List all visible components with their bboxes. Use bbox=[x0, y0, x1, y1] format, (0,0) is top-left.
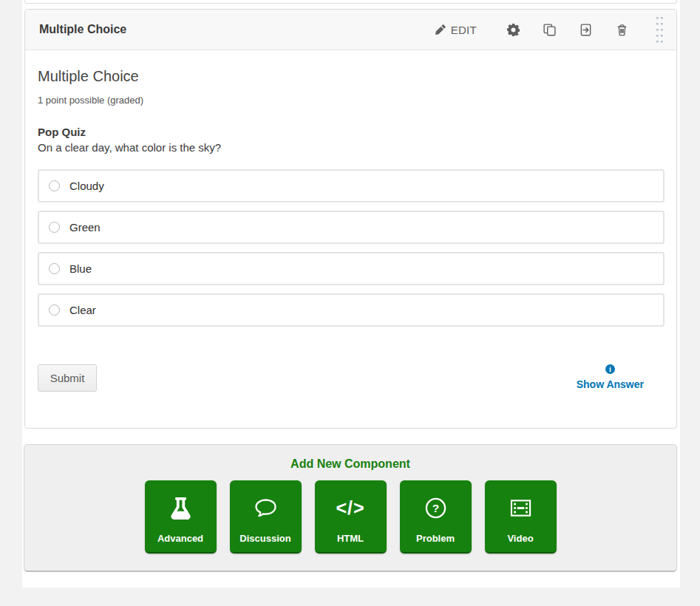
show-answer-block: i Show Answer bbox=[577, 364, 644, 390]
choice-row-clear[interactable]: Clear bbox=[38, 293, 665, 327]
film-icon bbox=[509, 480, 532, 533]
previous-component-card-edge bbox=[24, 0, 677, 4]
problem-action-row: Submit i Show Answer bbox=[38, 364, 665, 392]
radio-button[interactable] bbox=[49, 304, 60, 316]
code-icon: </> bbox=[336, 480, 364, 533]
move-icon bbox=[580, 24, 592, 36]
show-answer-link[interactable]: Show Answer bbox=[577, 378, 644, 390]
flask-icon bbox=[171, 480, 191, 533]
component-button-label: Problem bbox=[416, 533, 455, 544]
choice-list: Cloudy Green Blue Clear bbox=[38, 169, 665, 327]
edit-button[interactable]: EDIT bbox=[427, 19, 485, 41]
choice-label: Green bbox=[69, 221, 101, 234]
add-discussion-button[interactable]: Discussion bbox=[230, 480, 302, 554]
edit-button-label: EDIT bbox=[451, 24, 477, 36]
radio-button[interactable] bbox=[49, 180, 60, 191]
component-button-label: Advanced bbox=[157, 533, 203, 544]
add-html-button[interactable]: </> HTML bbox=[315, 480, 387, 554]
submit-button[interactable]: Submit bbox=[38, 364, 97, 392]
move-button[interactable] bbox=[571, 19, 600, 41]
radio-button[interactable] bbox=[49, 263, 60, 274]
add-advanced-button[interactable]: Advanced bbox=[145, 480, 217, 554]
choice-row-green[interactable]: Green bbox=[38, 211, 665, 244]
content-column: Multiple Choice EDIT bbox=[22, 0, 680, 588]
question-circle-icon: ? bbox=[424, 480, 447, 533]
component-button-label: HTML bbox=[337, 533, 364, 544]
problem-heading: Multiple Choice bbox=[38, 68, 665, 85]
info-icon[interactable]: i bbox=[605, 364, 615, 374]
question-label: Pop Quiz bbox=[38, 126, 665, 138]
component-button-label: Discussion bbox=[239, 533, 290, 544]
pencil-icon bbox=[435, 24, 446, 35]
svg-text:?: ? bbox=[432, 502, 438, 514]
drag-handle-icon bbox=[656, 17, 663, 43]
component-type-buttons: Advanced Discussion </> HTML bbox=[24, 480, 676, 554]
component-title: Multiple Choice bbox=[39, 23, 427, 36]
component-button-label: Video bbox=[507, 533, 533, 544]
duplicate-button[interactable] bbox=[535, 19, 564, 41]
trash-icon bbox=[616, 24, 628, 36]
choice-label: Clear bbox=[69, 304, 96, 316]
add-new-component-panel: Add New Component Advanced Discussion bbox=[24, 444, 677, 572]
gear-icon bbox=[507, 24, 520, 36]
question-text: On a clear day, what color is the sky? bbox=[38, 141, 665, 154]
multiple-choice-component-card: Multiple Choice EDIT bbox=[24, 9, 677, 429]
choice-row-cloudy[interactable]: Cloudy bbox=[38, 169, 665, 202]
component-header: Multiple Choice EDIT bbox=[25, 10, 676, 50]
radio-button[interactable] bbox=[49, 222, 60, 233]
component-action-bar: EDIT bbox=[427, 14, 670, 46]
speech-bubble-icon bbox=[254, 480, 278, 533]
delete-button[interactable] bbox=[608, 19, 636, 41]
choice-row-blue[interactable]: Blue bbox=[38, 252, 665, 285]
duplicate-icon bbox=[543, 24, 556, 36]
add-video-button[interactable]: Video bbox=[485, 480, 557, 554]
add-problem-button[interactable]: ? Problem bbox=[400, 480, 472, 554]
points-possible-text: 1 point possible (graded) bbox=[38, 95, 665, 106]
choice-label: Cloudy bbox=[69, 180, 104, 192]
choice-label: Blue bbox=[69, 262, 92, 275]
problem-preview: Multiple Choice 1 point possible (graded… bbox=[25, 50, 676, 392]
add-new-component-heading: Add New Component bbox=[24, 457, 676, 471]
drag-handle[interactable] bbox=[650, 14, 670, 46]
settings-button[interactable] bbox=[499, 19, 528, 41]
